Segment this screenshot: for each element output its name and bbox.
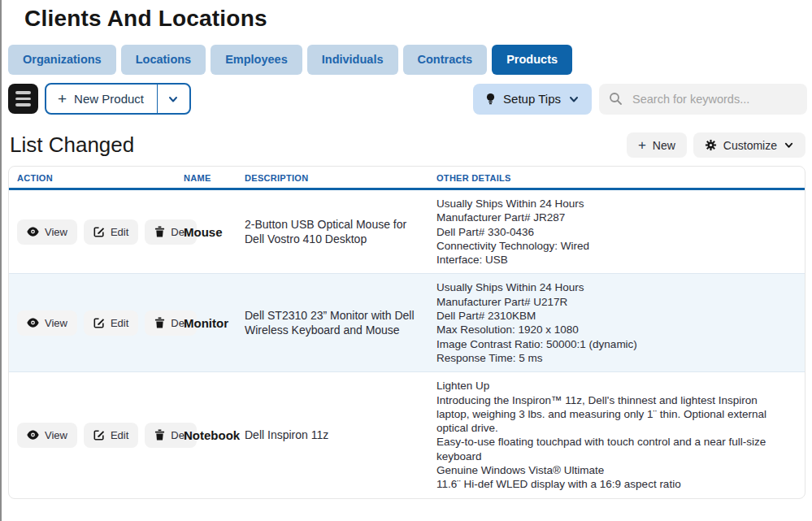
product-description: Dell ST2310 23” Monitor with Dell Wirele… bbox=[237, 302, 428, 344]
list-header: List Changed + New Customize bbox=[2, 132, 812, 158]
detail-line: Manufacturer Part# U217R bbox=[436, 295, 793, 309]
detail-line: Dell Part# 2310KBM bbox=[436, 309, 793, 323]
detail-line: Introducing the Inspiron™ 11z, Dell's th… bbox=[436, 393, 793, 436]
plus-icon: + bbox=[638, 138, 646, 152]
lightbulb-icon bbox=[485, 93, 496, 106]
tab-locations[interactable]: Locations bbox=[121, 45, 206, 75]
tab-employees[interactable]: Employees bbox=[211, 45, 302, 75]
detail-line: Connectivity Technology: Wired bbox=[436, 239, 793, 253]
table-header-row: ACTION NAME DESCRIPTION OTHER DETAILS bbox=[9, 167, 805, 190]
toolbar: + New Product Setup Tips bbox=[2, 83, 812, 115]
eye-icon bbox=[27, 430, 39, 440]
detail-line: Dell Part# 330-0436 bbox=[436, 225, 793, 239]
new-product-split-button: + New Product bbox=[45, 83, 191, 115]
edit-button[interactable]: Edit bbox=[84, 219, 138, 245]
view-button[interactable]: View bbox=[17, 310, 77, 336]
new-button[interactable]: + New bbox=[627, 132, 687, 158]
column-header-other-details: OTHER DETAILS bbox=[428, 167, 805, 188]
detail-line: Easy-to-use floating touchpad with touch… bbox=[436, 435, 793, 463]
detail-line: 11.6¨ Hi-def WLED display with a 16:9 as… bbox=[436, 477, 793, 491]
view-button[interactable]: View bbox=[17, 219, 77, 245]
edit-icon bbox=[93, 429, 105, 441]
trash-icon bbox=[154, 317, 165, 328]
column-header-name: NAME bbox=[176, 167, 237, 188]
edit-button[interactable]: Edit bbox=[84, 310, 138, 336]
search-icon bbox=[609, 92, 623, 106]
detail-line: Usually Ships Within 24 Hours bbox=[436, 197, 793, 211]
page-title: Clients And Locations bbox=[2, 0, 812, 32]
product-other-details: Usually Ships Within 24 HoursManufacture… bbox=[428, 274, 805, 371]
view-button[interactable]: View bbox=[17, 423, 77, 448]
detail-line: Usually Ships Within 24 Hours bbox=[436, 280, 793, 294]
list-title: List Changed bbox=[10, 132, 134, 158]
new-product-button[interactable]: + New Product bbox=[46, 85, 157, 113]
tab-bar: Organizations Locations Employees Indivi… bbox=[2, 45, 812, 75]
product-description: Dell Inspiron 11z bbox=[237, 421, 428, 449]
chevron-down-icon bbox=[568, 93, 580, 105]
table-row: View Edit Del Notebook Dell Inspiron 11z… bbox=[9, 372, 805, 497]
product-name: Notebook bbox=[176, 422, 237, 449]
tab-individuals[interactable]: Individuals bbox=[307, 45, 398, 75]
detail-line: Genuine Windows Vista® Ultimate bbox=[436, 463, 793, 477]
eye-icon bbox=[27, 318, 39, 328]
product-other-details: Usually Ships Within 24 HoursManufacture… bbox=[428, 190, 805, 273]
detail-line: Image Contrast Ratio: 50000:1 (dynamic) bbox=[436, 337, 793, 351]
tab-organizations[interactable]: Organizations bbox=[8, 45, 116, 75]
customize-button[interactable]: Customize bbox=[693, 132, 805, 158]
product-description: 2-Button USB Optical Mouse for Dell Vost… bbox=[237, 211, 428, 253]
hamburger-icon bbox=[15, 91, 31, 94]
menu-button[interactable] bbox=[8, 84, 38, 114]
column-header-description: DESCRIPTION bbox=[237, 167, 428, 188]
edit-icon bbox=[93, 317, 105, 328]
product-name: Monitor bbox=[176, 310, 237, 336]
detail-line: Response Time: 5 ms bbox=[436, 351, 793, 365]
table-row: View Edit Del Monitor Dell ST2310 23” Mo… bbox=[9, 274, 805, 372]
products-table: ACTION NAME DESCRIPTION OTHER DETAILS Vi… bbox=[8, 166, 805, 499]
edit-icon bbox=[93, 226, 105, 237]
trash-icon bbox=[154, 429, 165, 441]
detail-line: Manufacturer Part# JR287 bbox=[436, 211, 793, 224]
eye-icon bbox=[27, 227, 39, 237]
tab-products[interactable]: Products bbox=[492, 45, 572, 75]
search-box bbox=[599, 84, 807, 115]
detail-line: Interface: USB bbox=[436, 253, 793, 267]
new-product-dropdown-button[interactable] bbox=[157, 85, 189, 113]
tab-contracts[interactable]: Contracts bbox=[403, 45, 488, 75]
setup-tips-button[interactable]: Setup Tips bbox=[473, 84, 592, 115]
detail-line: Max Resolution: 1920 x 1080 bbox=[436, 323, 793, 336]
product-name: Mouse bbox=[176, 219, 237, 245]
edit-button[interactable]: Edit bbox=[84, 423, 138, 448]
table-row: View Edit Del Mouse 2-Button USB Optical… bbox=[9, 190, 805, 274]
column-header-action: ACTION bbox=[9, 167, 176, 188]
gear-icon bbox=[705, 139, 717, 151]
trash-icon bbox=[154, 226, 165, 237]
search-input[interactable] bbox=[632, 93, 797, 106]
chevron-down-icon bbox=[167, 93, 179, 105]
plus-icon: + bbox=[58, 91, 67, 106]
product-other-details: Lighten UpIntroducing the Inspiron™ 11z,… bbox=[428, 372, 805, 497]
chevron-down-icon bbox=[784, 140, 794, 150]
detail-line: Lighten Up bbox=[436, 379, 793, 393]
